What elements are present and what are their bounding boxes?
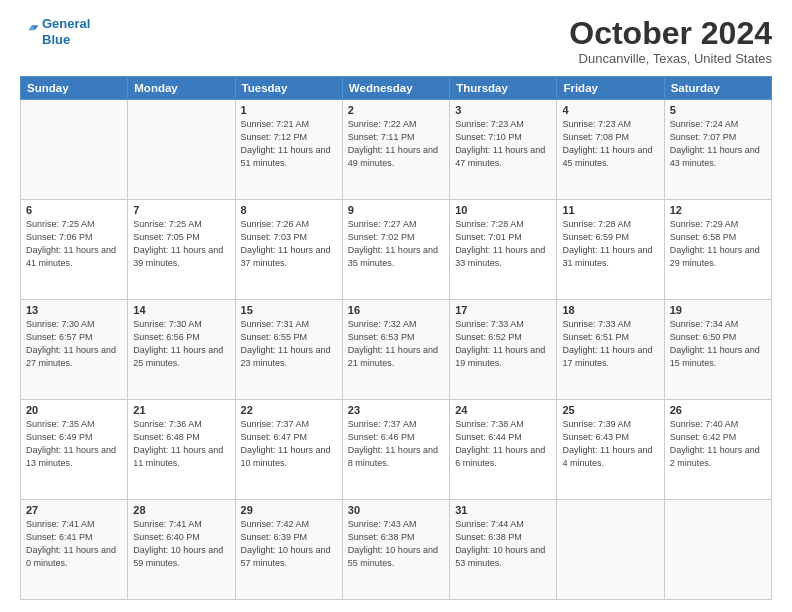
day-number: 26 bbox=[670, 404, 766, 416]
header-wednesday: Wednesday bbox=[342, 77, 449, 100]
day-info: Sunrise: 7:37 AMSunset: 6:46 PMDaylight:… bbox=[348, 418, 444, 470]
header-tuesday: Tuesday bbox=[235, 77, 342, 100]
day-info: Sunrise: 7:30 AMSunset: 6:56 PMDaylight:… bbox=[133, 318, 229, 370]
day-number: 5 bbox=[670, 104, 766, 116]
calendar-week-2: 6Sunrise: 7:25 AMSunset: 7:06 PMDaylight… bbox=[21, 200, 772, 300]
calendar-cell: 3Sunrise: 7:23 AMSunset: 7:10 PMDaylight… bbox=[450, 100, 557, 200]
day-info: Sunrise: 7:33 AMSunset: 6:51 PMDaylight:… bbox=[562, 318, 658, 370]
page: General Blue October 2024 Duncanville, T… bbox=[0, 0, 792, 612]
location: Duncanville, Texas, United States bbox=[569, 51, 772, 66]
calendar-cell: 5Sunrise: 7:24 AMSunset: 7:07 PMDaylight… bbox=[664, 100, 771, 200]
calendar-cell: 27Sunrise: 7:41 AMSunset: 6:41 PMDayligh… bbox=[21, 500, 128, 600]
calendar-week-1: 1Sunrise: 7:21 AMSunset: 7:12 PMDaylight… bbox=[21, 100, 772, 200]
calendar-cell: 2Sunrise: 7:22 AMSunset: 7:11 PMDaylight… bbox=[342, 100, 449, 200]
day-number: 20 bbox=[26, 404, 122, 416]
day-number: 27 bbox=[26, 504, 122, 516]
header-thursday: Thursday bbox=[450, 77, 557, 100]
calendar-header: Sunday Monday Tuesday Wednesday Thursday… bbox=[21, 77, 772, 100]
calendar-cell: 15Sunrise: 7:31 AMSunset: 6:55 PMDayligh… bbox=[235, 300, 342, 400]
day-number: 8 bbox=[241, 204, 337, 216]
calendar-cell: 17Sunrise: 7:33 AMSunset: 6:52 PMDayligh… bbox=[450, 300, 557, 400]
day-number: 9 bbox=[348, 204, 444, 216]
day-info: Sunrise: 7:40 AMSunset: 6:42 PMDaylight:… bbox=[670, 418, 766, 470]
calendar-cell: 19Sunrise: 7:34 AMSunset: 6:50 PMDayligh… bbox=[664, 300, 771, 400]
calendar-week-4: 20Sunrise: 7:35 AMSunset: 6:49 PMDayligh… bbox=[21, 400, 772, 500]
day-info: Sunrise: 7:39 AMSunset: 6:43 PMDaylight:… bbox=[562, 418, 658, 470]
day-info: Sunrise: 7:35 AMSunset: 6:49 PMDaylight:… bbox=[26, 418, 122, 470]
calendar-cell bbox=[21, 100, 128, 200]
day-info: Sunrise: 7:31 AMSunset: 6:55 PMDaylight:… bbox=[241, 318, 337, 370]
day-number: 3 bbox=[455, 104, 551, 116]
calendar-cell: 9Sunrise: 7:27 AMSunset: 7:02 PMDaylight… bbox=[342, 200, 449, 300]
calendar-cell bbox=[128, 100, 235, 200]
day-info: Sunrise: 7:37 AMSunset: 6:47 PMDaylight:… bbox=[241, 418, 337, 470]
day-info: Sunrise: 7:25 AMSunset: 7:05 PMDaylight:… bbox=[133, 218, 229, 270]
logo-text: General Blue bbox=[42, 16, 90, 47]
logo-line1: General bbox=[42, 16, 90, 31]
day-info: Sunrise: 7:43 AMSunset: 6:38 PMDaylight:… bbox=[348, 518, 444, 570]
day-info: Sunrise: 7:34 AMSunset: 6:50 PMDaylight:… bbox=[670, 318, 766, 370]
calendar-cell: 7Sunrise: 7:25 AMSunset: 7:05 PMDaylight… bbox=[128, 200, 235, 300]
calendar-cell bbox=[664, 500, 771, 600]
day-info: Sunrise: 7:22 AMSunset: 7:11 PMDaylight:… bbox=[348, 118, 444, 170]
calendar-cell: 23Sunrise: 7:37 AMSunset: 6:46 PMDayligh… bbox=[342, 400, 449, 500]
day-info: Sunrise: 7:41 AMSunset: 6:41 PMDaylight:… bbox=[26, 518, 122, 570]
calendar-cell: 21Sunrise: 7:36 AMSunset: 6:48 PMDayligh… bbox=[128, 400, 235, 500]
day-info: Sunrise: 7:26 AMSunset: 7:03 PMDaylight:… bbox=[241, 218, 337, 270]
day-number: 21 bbox=[133, 404, 229, 416]
day-info: Sunrise: 7:44 AMSunset: 6:38 PMDaylight:… bbox=[455, 518, 551, 570]
header-friday: Friday bbox=[557, 77, 664, 100]
day-info: Sunrise: 7:27 AMSunset: 7:02 PMDaylight:… bbox=[348, 218, 444, 270]
day-info: Sunrise: 7:33 AMSunset: 6:52 PMDaylight:… bbox=[455, 318, 551, 370]
calendar-table: Sunday Monday Tuesday Wednesday Thursday… bbox=[20, 76, 772, 600]
day-info: Sunrise: 7:30 AMSunset: 6:57 PMDaylight:… bbox=[26, 318, 122, 370]
day-info: Sunrise: 7:23 AMSunset: 7:08 PMDaylight:… bbox=[562, 118, 658, 170]
logo-line2: Blue bbox=[42, 32, 70, 47]
day-number: 29 bbox=[241, 504, 337, 516]
calendar-cell: 10Sunrise: 7:28 AMSunset: 7:01 PMDayligh… bbox=[450, 200, 557, 300]
day-number: 14 bbox=[133, 304, 229, 316]
day-info: Sunrise: 7:28 AMSunset: 7:01 PMDaylight:… bbox=[455, 218, 551, 270]
day-number: 23 bbox=[348, 404, 444, 416]
calendar-cell: 29Sunrise: 7:42 AMSunset: 6:39 PMDayligh… bbox=[235, 500, 342, 600]
day-number: 2 bbox=[348, 104, 444, 116]
day-number: 30 bbox=[348, 504, 444, 516]
day-number: 31 bbox=[455, 504, 551, 516]
day-number: 1 bbox=[241, 104, 337, 116]
day-info: Sunrise: 7:42 AMSunset: 6:39 PMDaylight:… bbox=[241, 518, 337, 570]
day-info: Sunrise: 7:38 AMSunset: 6:44 PMDaylight:… bbox=[455, 418, 551, 470]
calendar-cell: 18Sunrise: 7:33 AMSunset: 6:51 PMDayligh… bbox=[557, 300, 664, 400]
calendar-week-5: 27Sunrise: 7:41 AMSunset: 6:41 PMDayligh… bbox=[21, 500, 772, 600]
month-title: October 2024 bbox=[569, 16, 772, 51]
calendar-cell: 14Sunrise: 7:30 AMSunset: 6:56 PMDayligh… bbox=[128, 300, 235, 400]
calendar-cell: 16Sunrise: 7:32 AMSunset: 6:53 PMDayligh… bbox=[342, 300, 449, 400]
day-info: Sunrise: 7:36 AMSunset: 6:48 PMDaylight:… bbox=[133, 418, 229, 470]
day-info: Sunrise: 7:29 AMSunset: 6:58 PMDaylight:… bbox=[670, 218, 766, 270]
day-number: 18 bbox=[562, 304, 658, 316]
calendar-body: 1Sunrise: 7:21 AMSunset: 7:12 PMDaylight… bbox=[21, 100, 772, 600]
calendar-cell: 26Sunrise: 7:40 AMSunset: 6:42 PMDayligh… bbox=[664, 400, 771, 500]
day-info: Sunrise: 7:25 AMSunset: 7:06 PMDaylight:… bbox=[26, 218, 122, 270]
day-number: 17 bbox=[455, 304, 551, 316]
day-number: 12 bbox=[670, 204, 766, 216]
day-info: Sunrise: 7:24 AMSunset: 7:07 PMDaylight:… bbox=[670, 118, 766, 170]
calendar-cell: 28Sunrise: 7:41 AMSunset: 6:40 PMDayligh… bbox=[128, 500, 235, 600]
day-number: 6 bbox=[26, 204, 122, 216]
day-info: Sunrise: 7:32 AMSunset: 6:53 PMDaylight:… bbox=[348, 318, 444, 370]
calendar-cell: 6Sunrise: 7:25 AMSunset: 7:06 PMDaylight… bbox=[21, 200, 128, 300]
calendar-cell: 25Sunrise: 7:39 AMSunset: 6:43 PMDayligh… bbox=[557, 400, 664, 500]
day-number: 25 bbox=[562, 404, 658, 416]
calendar-cell: 22Sunrise: 7:37 AMSunset: 6:47 PMDayligh… bbox=[235, 400, 342, 500]
weekday-row: Sunday Monday Tuesday Wednesday Thursday… bbox=[21, 77, 772, 100]
calendar-cell: 4Sunrise: 7:23 AMSunset: 7:08 PMDaylight… bbox=[557, 100, 664, 200]
calendar-cell: 11Sunrise: 7:28 AMSunset: 6:59 PMDayligh… bbox=[557, 200, 664, 300]
day-number: 10 bbox=[455, 204, 551, 216]
day-number: 15 bbox=[241, 304, 337, 316]
day-number: 16 bbox=[348, 304, 444, 316]
logo-icon bbox=[20, 22, 40, 42]
title-section: October 2024 Duncanville, Texas, United … bbox=[569, 16, 772, 66]
day-number: 4 bbox=[562, 104, 658, 116]
header-sunday: Sunday bbox=[21, 77, 128, 100]
day-number: 28 bbox=[133, 504, 229, 516]
day-number: 22 bbox=[241, 404, 337, 416]
